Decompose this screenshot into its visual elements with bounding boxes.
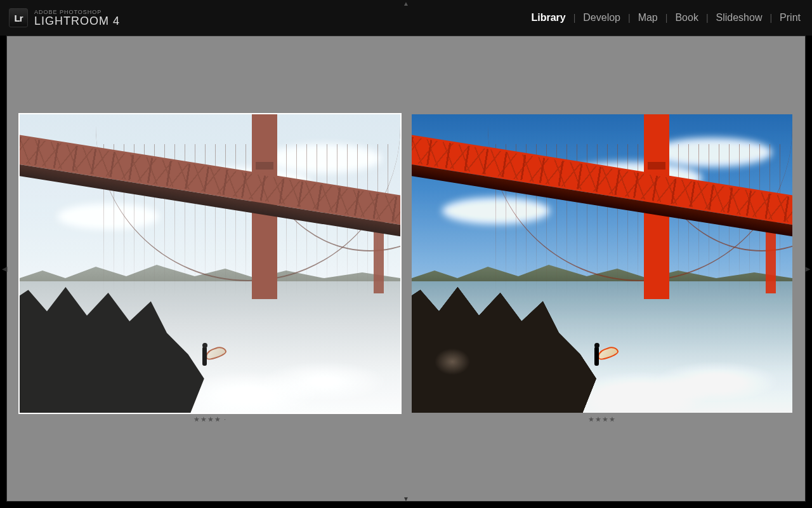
compare-left-cell: ★★★★ ·: [20, 114, 400, 424]
top-bar: ▲ Lr ADOBE PHOTOSHOP LIGHTROOM 4 Library…: [0, 0, 812, 36]
collapse-top-panel-icon[interactable]: ▲: [403, 0, 409, 7]
compare-right-image[interactable]: [412, 114, 792, 413]
module-library[interactable]: Library: [528, 12, 568, 23]
module-develop[interactable]: Develop: [580, 12, 623, 23]
module-book[interactable]: Book: [672, 12, 700, 23]
expand-filmstrip-icon[interactable]: ▼: [403, 495, 409, 502]
app-logo: Lr: [9, 8, 28, 27]
compare-right-rating[interactable]: ★★★★: [588, 415, 616, 424]
module-map[interactable]: Map: [636, 12, 660, 23]
module-separator: |: [701, 13, 714, 23]
module-picker: Library|Develop|Map|Book|Slideshow|Print: [528, 12, 803, 23]
module-separator: |: [764, 13, 777, 23]
expand-left-panel-icon[interactable]: ◀: [2, 265, 7, 273]
module-slideshow[interactable]: Slideshow: [714, 12, 765, 23]
module-separator: |: [660, 13, 673, 23]
brand-text: ADOBE PHOTOSHOP LIGHTROOM 4: [34, 10, 120, 27]
module-separator: |: [568, 13, 581, 23]
compare-left-image[interactable]: [20, 114, 400, 413]
workspace: ◀ ▶ ▼ ★★★★ ·: [6, 36, 806, 502]
compare-right-cell: ★★★★: [412, 114, 792, 424]
module-print[interactable]: Print: [777, 12, 803, 23]
expand-right-panel-icon[interactable]: ▶: [805, 265, 810, 273]
module-separator: |: [623, 13, 636, 23]
brand-line-2: LIGHTROOM 4: [34, 15, 120, 27]
compare-left-rating[interactable]: ★★★★ ·: [193, 415, 226, 424]
